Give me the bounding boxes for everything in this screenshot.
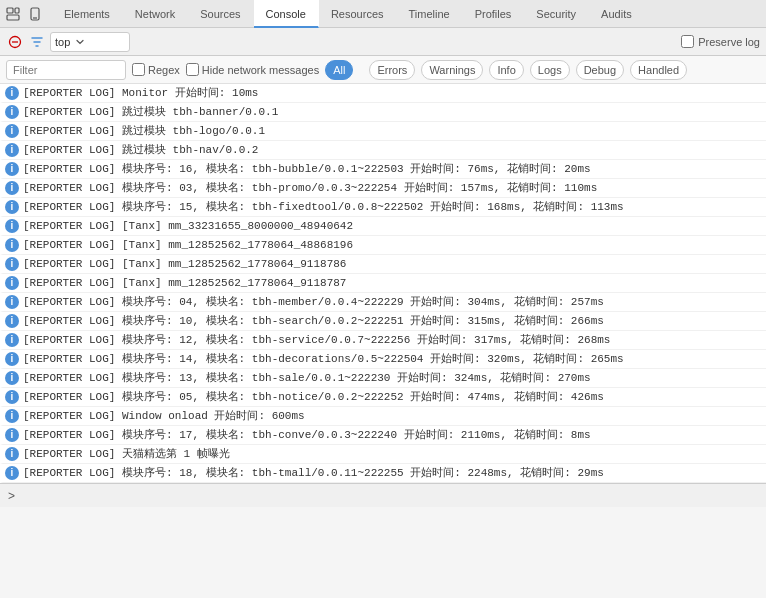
info-icon: i [5, 257, 19, 271]
table-row: i[REPORTER LOG] 模块序号: 13, 模块名: tbh-sale/… [0, 369, 766, 388]
log-text: [REPORTER LOG] 模块序号: 18, 模块名: tbh-tmall/… [23, 465, 604, 481]
tab-audits[interactable]: Audits [589, 0, 645, 28]
console-prompt-icon[interactable]: > [8, 489, 15, 503]
log-text: [REPORTER LOG] 模块序号: 05, 模块名: tbh-notice… [23, 389, 604, 405]
log-text: [REPORTER LOG] 跳过模块 tbh-nav/0.0.2 [23, 142, 258, 158]
log-text: [REPORTER LOG] 模块序号: 04, 模块名: tbh-member… [23, 294, 604, 310]
log-text: [REPORTER LOG] 跳过模块 tbh-logo/0.0.1 [23, 123, 265, 139]
filter-input[interactable] [6, 60, 126, 80]
table-row: i[REPORTER LOG] 跳过模块 tbh-logo/0.0.1 [0, 122, 766, 141]
log-text: [REPORTER LOG] 模块序号: 14, 模块名: tbh-decora… [23, 351, 624, 367]
table-row: i[REPORTER LOG] [Tanx] mm_12852562_17780… [0, 274, 766, 293]
tab-sources[interactable]: Sources [188, 0, 253, 28]
devtools-icons [4, 5, 44, 23]
info-icon: i [5, 162, 19, 176]
log-text: [REPORTER LOG] Monitor 开始时间: 10ms [23, 85, 258, 101]
preserve-log-label[interactable]: Preserve log [681, 35, 760, 48]
log-text: [REPORTER LOG] [Tanx] mm_12852562_177806… [23, 237, 353, 253]
filter-debug-button[interactable]: Debug [576, 60, 624, 80]
info-icon: i [5, 200, 19, 214]
tab-security[interactable]: Security [524, 0, 589, 28]
table-row: i[REPORTER LOG] 模块序号: 16, 模块名: tbh-bubbl… [0, 160, 766, 179]
table-row: i[REPORTER LOG] Window onload 开始时间: 600m… [0, 407, 766, 426]
hide-network-label: Hide network messages [202, 64, 319, 76]
tab-elements[interactable]: Elements [52, 0, 123, 28]
regex-checkbox[interactable] [132, 63, 145, 76]
table-row: i[REPORTER LOG] 跳过模块 tbh-banner/0.0.1 [0, 103, 766, 122]
clear-icon[interactable] [6, 33, 24, 51]
tab-bar: Elements Network Sources Console Resourc… [0, 0, 766, 28]
filter-toggle-icon[interactable] [28, 33, 46, 51]
info-icon: i [5, 86, 19, 100]
table-row: i[REPORTER LOG] [Tanx] mm_12852562_17780… [0, 255, 766, 274]
info-icon: i [5, 181, 19, 195]
filter-errors-button[interactable]: Errors [369, 60, 415, 80]
log-text: [REPORTER LOG] [Tanx] mm_33231655_800000… [23, 218, 353, 234]
inspect-icon[interactable] [4, 5, 22, 23]
log-text: [REPORTER LOG] [Tanx] mm_12852562_177806… [23, 256, 346, 272]
table-row: i[REPORTER LOG] 模块序号: 05, 模块名: tbh-notic… [0, 388, 766, 407]
hide-network-checkbox[interactable] [186, 63, 199, 76]
info-icon: i [5, 295, 19, 309]
preserve-log-text: Preserve log [698, 36, 760, 48]
tab-resources[interactable]: Resources [319, 0, 397, 28]
bottom-bar: > [0, 483, 766, 507]
console-toolbar: top Preserve log [0, 28, 766, 56]
table-row: i[REPORTER LOG] 模块序号: 17, 模块名: tbh-conve… [0, 426, 766, 445]
info-icon: i [5, 219, 19, 233]
info-icon: i [5, 238, 19, 252]
log-text: [REPORTER LOG] 模块序号: 17, 模块名: tbh-conve/… [23, 427, 591, 443]
table-row: i[REPORTER LOG] [Tanx] mm_33231655_80000… [0, 217, 766, 236]
table-row: i[REPORTER LOG] 模块序号: 14, 模块名: tbh-decor… [0, 350, 766, 369]
preserve-log-checkbox[interactable] [681, 35, 694, 48]
info-icon: i [5, 143, 19, 157]
info-icon: i [5, 409, 19, 423]
info-icon: i [5, 466, 19, 480]
mobile-icon[interactable] [26, 5, 44, 23]
info-icon: i [5, 428, 19, 442]
table-row: i[REPORTER LOG] 模块序号: 04, 模块名: tbh-membe… [0, 293, 766, 312]
table-row: i[REPORTER LOG] 模块序号: 12, 模块名: tbh-servi… [0, 331, 766, 350]
info-icon: i [5, 124, 19, 138]
tab-console[interactable]: Console [254, 0, 319, 28]
table-row: i[REPORTER LOG] 模块序号: 03, 模块名: tbh-promo… [0, 179, 766, 198]
filter-handled-button[interactable]: Handled [630, 60, 687, 80]
filter-all-button[interactable]: All [325, 60, 353, 80]
log-text: [REPORTER LOG] 模块序号: 16, 模块名: tbh-bubble… [23, 161, 591, 177]
filter-logs-button[interactable]: Logs [530, 60, 570, 80]
context-label: top [55, 36, 70, 48]
table-row: i[REPORTER LOG] Monitor 开始时间: 10ms [0, 84, 766, 103]
tab-profiles[interactable]: Profiles [463, 0, 525, 28]
info-icon: i [5, 371, 19, 385]
log-area: i[REPORTER LOG] Monitor 开始时间: 10msi[REPO… [0, 84, 766, 483]
filter-info-button[interactable]: Info [489, 60, 523, 80]
log-text: [REPORTER LOG] 模块序号: 03, 模块名: tbh-promo/… [23, 180, 597, 196]
log-text: [REPORTER LOG] 跳过模块 tbh-banner/0.0.1 [23, 104, 278, 120]
table-row: i[REPORTER LOG] 模块序号: 18, 模块名: tbh-tmall… [0, 464, 766, 483]
log-text: [REPORTER LOG] 模块序号: 10, 模块名: tbh-search… [23, 313, 604, 329]
log-text: [REPORTER LOG] 模块序号: 13, 模块名: tbh-sale/0… [23, 370, 591, 386]
log-text: [REPORTER LOG] Window onload 开始时间: 600ms [23, 408, 305, 424]
regex-label: Regex [148, 64, 180, 76]
hide-network-option[interactable]: Hide network messages [186, 63, 319, 76]
info-icon: i [5, 447, 19, 461]
table-row: i[REPORTER LOG] [Tanx] mm_12852562_17780… [0, 236, 766, 255]
table-row: i[REPORTER LOG] 跳过模块 tbh-nav/0.0.2 [0, 141, 766, 160]
svg-rect-2 [15, 8, 19, 13]
table-row: i[REPORTER LOG] 模块序号: 15, 模块名: tbh-fixed… [0, 198, 766, 217]
context-selector[interactable]: top [50, 32, 130, 52]
filter-warnings-button[interactable]: Warnings [421, 60, 483, 80]
regex-option[interactable]: Regex [132, 63, 180, 76]
log-text: [REPORTER LOG] 模块序号: 12, 模块名: tbh-servic… [23, 332, 610, 348]
info-icon: i [5, 105, 19, 119]
info-icon: i [5, 390, 19, 404]
info-icon: i [5, 314, 19, 328]
tab-timeline[interactable]: Timeline [397, 0, 463, 28]
table-row: i[REPORTER LOG] 天猫精选第 1 帧曝光 [0, 445, 766, 464]
info-icon: i [5, 352, 19, 366]
table-row: i[REPORTER LOG] 模块序号: 10, 模块名: tbh-searc… [0, 312, 766, 331]
tab-network[interactable]: Network [123, 0, 188, 28]
log-text: [REPORTER LOG] 模块序号: 15, 模块名: tbh-fixedt… [23, 199, 624, 215]
svg-rect-0 [7, 8, 13, 13]
filter-bar: Regex Hide network messages All Errors W… [0, 56, 766, 84]
